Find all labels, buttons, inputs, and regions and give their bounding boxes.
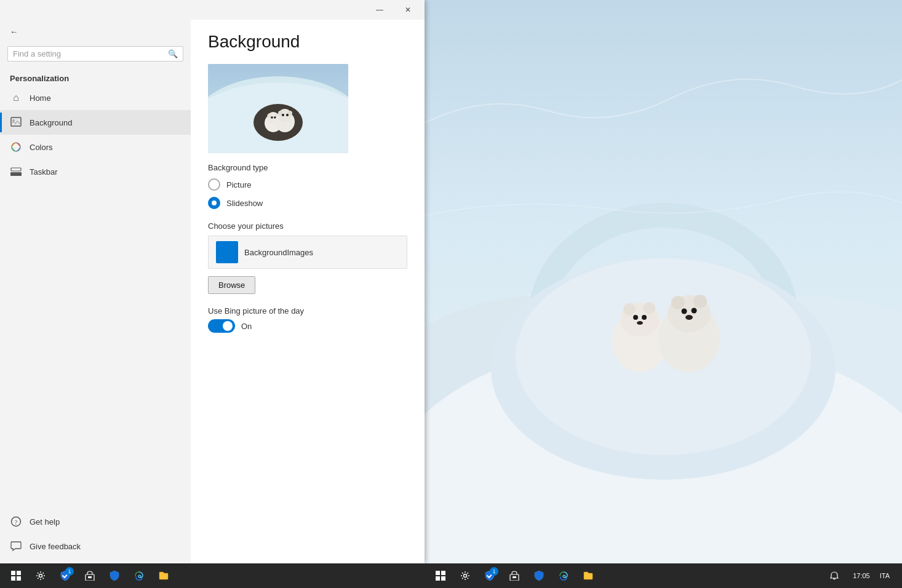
svg-point-20 (693, 295, 707, 308)
taskbar-left: 1 (0, 565, 425, 587)
svg-point-58 (464, 574, 467, 578)
search-input[interactable] (13, 49, 164, 58)
taskbar-files-right[interactable] (577, 565, 599, 587)
sidebar-spacer (0, 184, 191, 509)
taskbar: 1 (0, 563, 902, 588)
taskbar-start-right[interactable] (429, 565, 452, 587)
title-bar: — ✕ (0, 0, 425, 20)
search-box[interactable]: 🔍 (7, 46, 183, 62)
svg-point-13 (643, 302, 655, 314)
language-badge: ITA (877, 572, 892, 579)
svg-point-22 (692, 308, 697, 314)
svg-rect-47 (11, 571, 15, 575)
svg-point-46 (286, 114, 289, 116)
toggle-control: On (208, 319, 407, 333)
taskbar-edge-button[interactable] (128, 565, 150, 587)
taskbar-settings-button[interactable] (30, 565, 52, 587)
sidebar-item-taskbar[interactable]: Taskbar (0, 159, 191, 184)
svg-rect-28 (11, 168, 21, 171)
svg-point-23 (685, 315, 693, 320)
svg-rect-53 (88, 576, 92, 578)
svg-point-45 (282, 114, 284, 116)
page-title: Background (208, 32, 407, 52)
taskbar-store-button[interactable] (79, 565, 101, 587)
svg-rect-49 (11, 576, 15, 581)
sidebar: ← 🔍 Personalization ⌂ Home (0, 20, 191, 563)
sidebar-item-get-help[interactable]: ? Get help (0, 509, 191, 534)
taskbar-vpn-right[interactable] (528, 565, 550, 587)
svg-rect-48 (17, 571, 21, 575)
settings-window: — ✕ ← 🔍 Personalization ⌂ Home (0, 0, 425, 563)
back-button[interactable]: ← (0, 20, 191, 44)
bg-type-label: Background type (208, 163, 407, 172)
taskbar-defender-button[interactable]: 1 (54, 565, 76, 587)
svg-rect-57 (441, 576, 445, 581)
bing-toggle-section: Use Bing picture of the day On (208, 306, 407, 333)
choose-pictures-label: Choose your pictures (208, 221, 407, 231)
minimize-button[interactable]: — (365, 0, 394, 20)
back-arrow-icon: ← (10, 27, 18, 36)
folder-icon (216, 241, 238, 263)
taskbar-right-end: 17:05 ITA (823, 565, 897, 587)
bing-label: Use Bing picture of the day (208, 306, 407, 316)
settings-body: ← 🔍 Personalization ⌂ Home (0, 20, 425, 563)
sidebar-item-background-label: Background (30, 118, 72, 127)
radio-picture-label: Picture (226, 180, 251, 189)
close-button[interactable]: ✕ (394, 0, 422, 20)
browse-button[interactable]: Browse (208, 276, 255, 294)
background-icon (10, 116, 22, 129)
clock-time: 17:05 (853, 572, 870, 579)
svg-point-14 (633, 315, 638, 320)
radio-picture[interactable]: Picture (208, 178, 407, 191)
toggle-on-text: On (241, 322, 252, 331)
svg-rect-54 (436, 571, 440, 575)
taskbar-files-button[interactable] (153, 565, 175, 587)
taskbar-vpn-button[interactable] (103, 565, 126, 587)
background-preview (208, 64, 348, 153)
taskbar-notification-icon[interactable] (823, 565, 845, 587)
svg-rect-60 (513, 576, 516, 578)
taskbar-start-button[interactable] (5, 565, 27, 587)
sidebar-item-taskbar-label: Taskbar (30, 167, 58, 177)
svg-point-16 (637, 321, 643, 325)
sidebar-item-get-help-label: Get help (30, 517, 60, 526)
folder-item[interactable]: BackgroundImages (208, 236, 407, 269)
radio-picture-circle (208, 178, 220, 191)
sidebar-item-colors-label: Colors (30, 143, 53, 152)
taskbar-right: 1 (425, 565, 902, 587)
give-feedback-icon (10, 540, 22, 552)
get-help-icon: ? (10, 515, 22, 528)
radio-slideshow[interactable]: Slideshow (208, 197, 407, 209)
svg-point-39 (271, 116, 273, 119)
taskbar-settings-right[interactable] (454, 565, 476, 587)
svg-rect-24 (11, 117, 21, 126)
svg-point-12 (623, 303, 636, 316)
sidebar-item-colors[interactable]: Colors (0, 135, 191, 159)
bing-toggle-switch[interactable] (208, 319, 235, 333)
main-content: Background (191, 20, 425, 563)
taskbar-store-right[interactable] (503, 565, 525, 587)
taskbar-defender-right[interactable]: 1 (479, 565, 501, 587)
sidebar-item-home[interactable]: ⌂ Home (0, 85, 191, 110)
svg-rect-56 (436, 576, 440, 581)
radio-slideshow-label: Slideshow (226, 199, 263, 208)
colors-icon (10, 141, 22, 153)
taskbar-edge-right[interactable] (553, 565, 575, 587)
system-clock: 17:05 (848, 572, 875, 579)
section-label: Personalization (0, 69, 191, 85)
snow-scene (425, 0, 902, 563)
radio-slideshow-circle (208, 197, 220, 209)
svg-point-15 (642, 315, 647, 320)
sidebar-item-give-feedback[interactable]: Give feedback (0, 534, 191, 558)
defender-badge: 1 (65, 567, 74, 576)
svg-point-19 (671, 296, 685, 309)
svg-rect-55 (441, 571, 445, 575)
taskbar-icon-sidebar (10, 165, 22, 178)
svg-text:?: ? (15, 519, 18, 526)
sidebar-item-give-feedback-label: Give feedback (30, 542, 81, 551)
svg-rect-27 (10, 172, 22, 176)
sidebar-item-background[interactable]: Background (0, 110, 191, 135)
defender-badge-right: 1 (490, 567, 498, 576)
folder-name-label: BackgroundImages (244, 248, 313, 257)
search-icon: 🔍 (168, 49, 178, 58)
